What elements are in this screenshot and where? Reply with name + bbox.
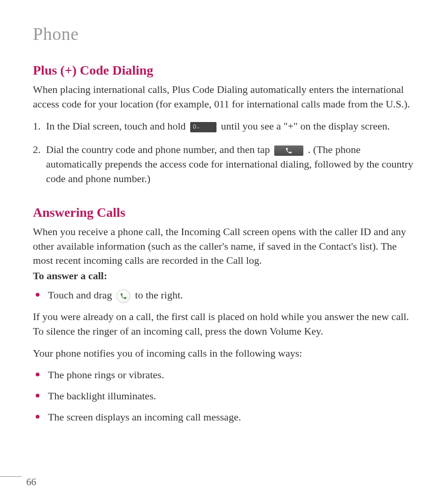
- heading-answering-calls: Answering Calls: [33, 205, 415, 220]
- zero-plus-key-icon: 0+: [190, 122, 216, 132]
- list-item: The phone rings or vibrates.: [33, 368, 415, 382]
- answer-steps-list: Touch and drag to the right.: [33, 288, 415, 303]
- zero-key-label: 0: [193, 123, 196, 131]
- call-button-icon: [274, 145, 303, 156]
- notify-ways-list: The phone rings or vibrates. The backlig…: [33, 368, 415, 424]
- plus-code-steps-list: 1. In the Dial screen, touch and hold 0+…: [33, 119, 415, 186]
- hold-call-paragraph: If you were already on a call, the first…: [33, 310, 415, 339]
- to-answer-label: To answer a call:: [33, 269, 415, 283]
- touch-drag-text-a: Touch and drag: [48, 289, 115, 301]
- touch-drag-step: Touch and drag to the right.: [33, 288, 415, 303]
- heading-plus-code-dialing: Plus (+) Code Dialing: [33, 63, 415, 78]
- page-number: 66: [26, 476, 36, 488]
- step-number: 2.: [33, 143, 41, 157]
- step-1: 1. In the Dial screen, touch and hold 0+…: [33, 119, 415, 134]
- footer-rule: [0, 476, 22, 477]
- step-2-text-a: Dial the country code and phone number, …: [46, 144, 272, 155]
- answering-intro-paragraph: When you receive a phone call, the Incom…: [33, 225, 415, 268]
- notify-intro-paragraph: Your phone notifies you of incoming call…: [33, 346, 415, 361]
- step-1-text-b: until you see a "+" on the display scree…: [221, 120, 390, 132]
- step-1-text-a: In the Dial screen, touch and hold: [46, 120, 188, 132]
- answer-drag-icon: [116, 289, 131, 303]
- list-item: The backlight illuminates.: [33, 389, 415, 404]
- plus-code-intro-paragraph: When placing international calls, Plus C…: [33, 83, 415, 112]
- list-item: The screen displays an incoming call mes…: [33, 410, 415, 425]
- touch-drag-text-b: to the right.: [135, 289, 183, 301]
- step-2: 2. Dial the country code and phone numbe…: [33, 143, 415, 186]
- step-number: 1.: [33, 119, 41, 134]
- page-title: Phone: [33, 23, 415, 44]
- zero-key-sup: +: [197, 125, 200, 130]
